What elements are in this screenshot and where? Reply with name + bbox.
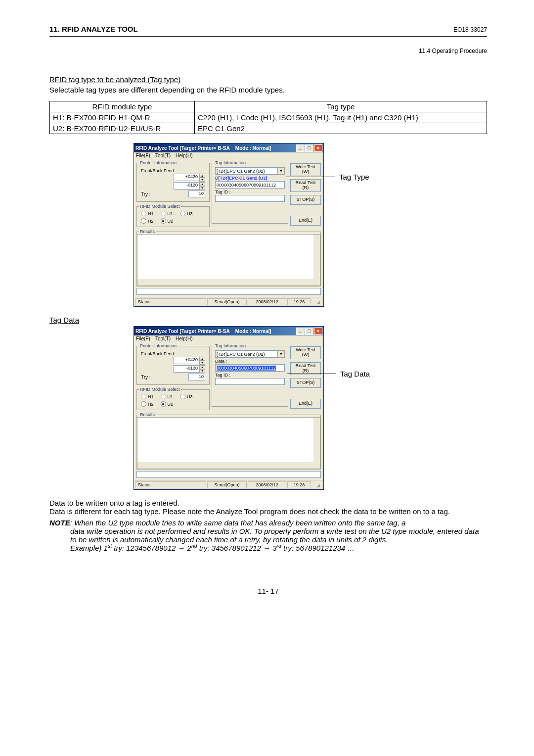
status-serial: Serial(Open)	[207, 298, 247, 305]
close-icon[interactable]: ×	[314, 144, 322, 152]
chevron-down-icon[interactable]: ▼	[278, 167, 285, 175]
tag-id-input[interactable]	[215, 195, 285, 202]
note-line2: data write operation is not performed an…	[49, 527, 487, 544]
printer-info-legend: Printer Information	[139, 160, 178, 165]
menu-help[interactable]: Help(H)	[176, 153, 192, 158]
menu-tool[interactable]: Tool(T)	[155, 153, 171, 158]
chapter-title: 11. RFID ANALYZE TOOL	[49, 25, 138, 33]
section-heading-tagtype: RFID tag type to be analyzed (Tag type)	[49, 75, 487, 84]
titlebar-2[interactable]: RFID Analyze Tool [Target Printer= B-SA …	[134, 327, 323, 335]
tag-info-legend: Tag Information	[214, 160, 247, 165]
results-group: Results	[136, 229, 321, 286]
results-scroll-v[interactable]	[313, 235, 320, 279]
tag-type-combo[interactable]: [T24]EPC C1 Gen2 (U2) ▼	[215, 350, 285, 358]
note-label: NOTE	[49, 519, 70, 527]
tag-id-label: Tag ID :	[215, 189, 285, 194]
radio-h2[interactable]: H2	[141, 401, 154, 407]
title-text-right: Mode : Normal]	[235, 145, 271, 151]
menu-tool[interactable]: Tool(T)	[155, 336, 171, 341]
radio-u3[interactable]: U3	[180, 394, 193, 399]
results-input[interactable]	[136, 471, 321, 478]
results-legend: Results	[139, 229, 156, 234]
back-feed-spinner[interactable]: ▲▼	[199, 182, 205, 189]
menu-file[interactable]: File(F)	[136, 153, 150, 158]
radio-u2[interactable]: U2	[161, 401, 174, 407]
table-header-tagtype: Tag type	[195, 101, 487, 112]
results-input[interactable]	[136, 288, 321, 295]
minimize-icon[interactable]: _	[296, 144, 305, 152]
front-feed-spinner[interactable]: ▲▼	[199, 357, 205, 364]
app-window-1: RFID Analyze Tool [Target Printer= B-SA …	[134, 143, 324, 307]
titlebar[interactable]: RFID Analyze Tool [Target Printer= B-SA …	[134, 143, 323, 152]
end-button[interactable]: End(E)	[290, 399, 321, 409]
menubar-2[interactable]: File(F) Tool(T) Help(H)	[134, 335, 323, 342]
minimize-icon[interactable]: _	[296, 328, 305, 335]
radio-u2[interactable]: U2	[161, 218, 174, 224]
tag-data-input[interactable]: 000003040506070809101112	[215, 364, 285, 372]
chevron-down-icon[interactable]: ▼	[278, 350, 285, 358]
results-scroll-h[interactable]	[137, 279, 320, 285]
menu-file[interactable]: File(F)	[136, 336, 150, 341]
radio-u1[interactable]: U1	[161, 211, 174, 216]
status-time: 19:28	[287, 481, 311, 488]
section-subtitle: 11.4 Operating Procedure	[49, 47, 487, 54]
section-heading-tagdata: Tag Data	[49, 316, 487, 324]
tag-id-input[interactable]	[215, 378, 285, 385]
back-feed-spinner[interactable]: ▲▼	[199, 365, 205, 373]
resize-grip-icon[interactable]: ◢	[312, 298, 322, 305]
callout-tag-data: Tag Data	[340, 370, 370, 378]
maximize-icon[interactable]: □	[305, 144, 313, 152]
maximize-icon[interactable]: □	[305, 328, 313, 335]
menubar[interactable]: File(F) Tool(T) Help(H)	[134, 152, 323, 159]
radio-u1[interactable]: U1	[161, 394, 174, 399]
rfid-module-legend: RFID Module Select	[139, 204, 181, 209]
status-time: 19:26	[287, 298, 311, 305]
table-u2-module: U2: B-EX700-RFID-U2-EU/US-R	[50, 123, 195, 134]
tag-type-combo[interactable]: [T24]EPC C1 Gen2 (U2) ▼	[215, 167, 285, 175]
note-line1: : When the U2 type module tries to write…	[70, 519, 406, 527]
resize-grip-icon[interactable]: ◢	[312, 481, 322, 488]
printer-info-group: Printer Information Front/Back Feed +042…	[136, 343, 210, 385]
tail-p1: Data to be written onto a tag is entered…	[49, 499, 487, 507]
note-block: NOTE: When the U2 type module tries to w…	[49, 519, 487, 552]
printer-info-group: Printer Information Front/Back Feed +042…	[136, 160, 210, 202]
try-label: Try :	[141, 191, 151, 197]
radio-u3[interactable]: U3	[180, 211, 193, 216]
app-window-2: RFID Analyze Tool [Target Printer= B-SA …	[134, 326, 324, 490]
back-feed-input[interactable]: -0120	[174, 365, 199, 373]
data-label: Data :	[215, 359, 285, 364]
tag-data-input[interactable]: 000003040506070809101112	[215, 181, 285, 189]
results-scroll-v[interactable]	[313, 418, 320, 462]
tag-type-value: [T24]EPC C1 Gen2 (U2)	[215, 167, 278, 175]
results-textarea[interactable]	[137, 417, 320, 469]
close-icon[interactable]: ×	[314, 328, 322, 335]
back-feed-input[interactable]: -0120	[174, 182, 199, 189]
write-test-button[interactable]: Write Test(W)	[290, 346, 321, 359]
stop-button[interactable]: STOP(S)	[290, 378, 321, 388]
try-input[interactable]: 10	[188, 190, 205, 197]
results-group: Results	[136, 412, 321, 470]
front-feed-spinner[interactable]: ▲▼	[199, 174, 205, 181]
title-text-left: RFID Analyze Tool [Target Printer= B-SA	[135, 145, 230, 151]
note-example: Example) 1st try: 123456789012 → 2nd try…	[49, 544, 487, 552]
header-rule	[49, 36, 487, 37]
radio-h1[interactable]: H1	[141, 394, 154, 399]
results-textarea[interactable]	[137, 234, 320, 286]
front-feed-input[interactable]: +0420	[174, 357, 199, 364]
tag-info-group: Tag Information [T24]EPC C1 Gen2 (U2) ▼ …	[212, 160, 288, 224]
radio-h2[interactable]: H2	[141, 218, 154, 224]
try-input[interactable]: 10	[188, 374, 205, 380]
end-button[interactable]: End(E)	[290, 216, 321, 226]
menu-help[interactable]: Help(H)	[176, 336, 192, 341]
radio-h1[interactable]: H1	[141, 211, 154, 216]
stop-button[interactable]: STOP(S)	[290, 195, 321, 205]
table-h1-tagtype: C220 (H1), I-Code (H1), ISO15693 (H1), T…	[195, 112, 487, 123]
tag-data-selected: 000003040506070809101112	[217, 366, 276, 371]
tag-type-dropdown-item: [T24]EPC C1 Gen2 (U2)	[219, 176, 267, 181]
front-feed-input[interactable]: +0420	[174, 174, 199, 181]
tag-info-group: Tag Information [T24]EPC C1 Gen2 (U2) ▼ …	[212, 343, 288, 407]
results-scroll-h[interactable]	[137, 462, 320, 469]
rfid-module-select-group: RFID Module Select H1 U1 U3 H2 U2	[136, 387, 210, 410]
tail-p2: Data is different for each tag type. Ple…	[49, 507, 487, 516]
table-u2-tagtype: EPC C1 Gen2	[195, 123, 487, 134]
